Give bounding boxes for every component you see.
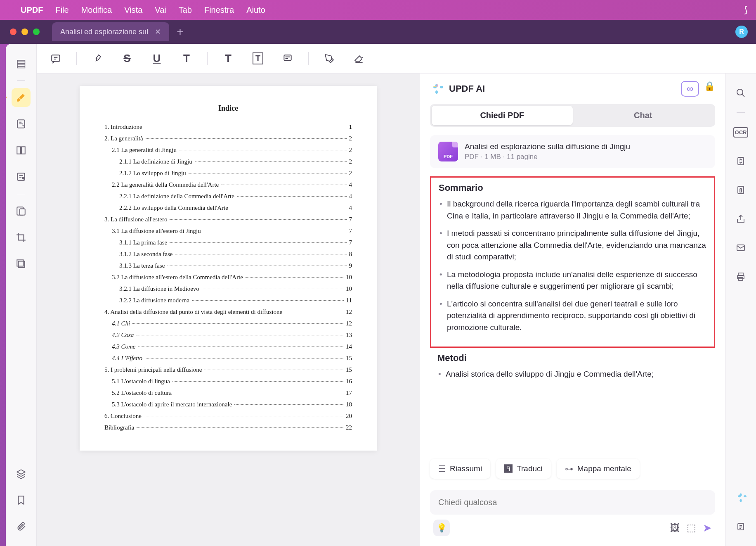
menu-help[interactable]: Aiuto (246, 5, 265, 15)
ai-input-area: 💡 🖼 ⬚ ➤ (420, 485, 725, 546)
toc-entry: 5. I problemi principali nella diffusion… (104, 365, 352, 375)
tab-chat[interactable]: Chat (573, 106, 714, 125)
edit-text-tool[interactable] (12, 114, 31, 133)
form-tool[interactable] (12, 167, 31, 186)
mindmap-icon: ⊶ (565, 464, 573, 474)
toc-entry: 4.3 Come14 (104, 342, 352, 351)
infinity-button[interactable]: ∞ (681, 81, 699, 97)
translate-button[interactable]: 🅰Traduci (496, 459, 551, 479)
toc-entry: 6. Conclusione20 (104, 411, 352, 421)
protect-icon[interactable] (731, 180, 750, 199)
toc-entry: 2.1.2 Lo sviluppo di Jingju2 (104, 168, 352, 178)
methods-heading: Metodi (437, 353, 708, 363)
toc-entry: 3. La diffusione all'estero7 (104, 214, 352, 224)
layers-icon[interactable] (12, 464, 31, 483)
annotation-toolbar: S U T T T (37, 44, 756, 74)
print-icon[interactable] (731, 267, 750, 286)
document-card: PDF Analisi ed esplorazione sulla diffus… (430, 135, 715, 168)
batch-tool[interactable] (12, 254, 31, 273)
pdf-index-title: Indice (104, 102, 352, 114)
crop-attach-icon[interactable]: ⬚ (687, 522, 696, 534)
share-icon[interactable] (731, 209, 750, 228)
svg-rect-2 (21, 147, 25, 154)
right-sidebar: OCR (725, 74, 756, 546)
textbox-tool[interactable]: T (249, 50, 267, 68)
window-close-button[interactable] (10, 28, 17, 35)
ai-chat-input[interactable] (430, 490, 715, 515)
menu-edit[interactable]: Modifica (81, 5, 112, 15)
translate-icon: 🅰 (504, 464, 513, 474)
menu-view[interactable]: Vista (124, 5, 142, 15)
summary-bullet: I metodi passati si concentrano principa… (447, 228, 706, 263)
crop-tool[interactable] (12, 228, 31, 247)
highlight-tool[interactable] (88, 50, 106, 68)
svg-rect-12 (738, 157, 744, 165)
squiggly-tool[interactable]: T (177, 50, 196, 68)
svg-rect-10 (284, 55, 291, 60)
page-tool[interactable] (12, 141, 31, 160)
notes-icon[interactable] (731, 517, 750, 536)
image-attach-icon[interactable]: 🖼 (670, 522, 680, 534)
add-tab-button[interactable]: + (177, 25, 183, 38)
toc-entry: 3.1 La diffusione all'estero di Jingju7 (104, 226, 352, 236)
app-name[interactable]: UPDF (21, 5, 43, 15)
toc-entry: 5.3 L'ostacolo di aprire il mercato inte… (104, 399, 352, 409)
svg-point-4 (22, 177, 24, 179)
email-icon[interactable] (731, 238, 750, 257)
ai-panel: UPDF AI ∞ 🔒 Chiedi PDF Chat PDF Anal (420, 74, 725, 546)
eraser-tool[interactable] (350, 50, 368, 68)
window-maximize-button[interactable] (33, 28, 40, 35)
window-minimize-button[interactable] (21, 28, 28, 35)
send-button[interactable]: ➤ (703, 522, 712, 534)
menu-file[interactable]: File (55, 5, 69, 15)
bookmark-icon[interactable] (12, 491, 31, 510)
menu-tab[interactable]: Tab (179, 5, 192, 15)
svg-rect-6 (20, 209, 25, 215)
toc-entry: 1. Introduzione1 (104, 122, 352, 132)
toc-entry: 4. Analisi della diffusione dal punto di… (104, 307, 352, 317)
convert-icon[interactable] (731, 152, 750, 171)
svg-rect-9 (52, 55, 60, 61)
strikethrough-tool[interactable]: S (118, 50, 136, 68)
summary-bullet: La metodologia proposta include un'anali… (447, 269, 706, 292)
summary-heading: Sommario (439, 183, 706, 193)
toc-entry: 3.2.2 La diffusione moderna11 (104, 295, 352, 305)
menu-window[interactable]: Finestra (204, 5, 234, 15)
pdf-viewer[interactable]: Indice 1. Introduzione12. La generalità2… (37, 74, 420, 546)
pdf-file-icon: PDF (438, 142, 458, 161)
redact-tool[interactable] (12, 202, 31, 221)
tab-title: Analisi ed esplorazione sul (60, 28, 148, 36)
toc-entry: 3.1.2 La seconda fase8 (104, 249, 352, 259)
tab-ask-pdf[interactable]: Chiedi PDF (432, 106, 573, 125)
search-icon[interactable] (731, 83, 750, 102)
svg-rect-16 (738, 273, 743, 275)
svg-rect-14 (740, 190, 742, 192)
underline-tool[interactable]: U (148, 50, 166, 68)
user-avatar[interactable]: R (735, 26, 748, 38)
callout-tool[interactable] (279, 50, 297, 68)
tab-close-icon[interactable]: ✕ (155, 27, 161, 36)
menubar-extra-icon[interactable]: ⟆ (744, 5, 748, 15)
traffic-lights (10, 28, 40, 35)
toc-entry: 4.4 L'Effetto15 (104, 353, 352, 363)
text-tool[interactable]: T (219, 50, 237, 68)
menu-go[interactable]: Vai (155, 5, 166, 15)
lock-icon[interactable]: 🔒 (704, 81, 715, 97)
ai-assistant-icon[interactable] (731, 488, 750, 507)
pencil-tool[interactable] (320, 50, 338, 68)
attachment-icon[interactable] (12, 517, 31, 536)
ai-action-bar: ☰Riassumi 🅰Traduci ⊶Mappa mentale (420, 452, 725, 485)
summarize-button[interactable]: ☰Riassumi (430, 459, 490, 479)
svg-point-11 (737, 89, 743, 95)
document-tab[interactable]: Analisi ed esplorazione sul ✕ (52, 22, 169, 41)
left-sidebar: ▤ (6, 44, 37, 546)
toc-entry: 3.2.1 La diffusione in Medioevo10 (104, 284, 352, 294)
ai-tabs: Chiedi PDF Chat (420, 104, 725, 127)
mindmap-button[interactable]: ⊶Mappa mentale (557, 459, 640, 479)
toc-entry: 2. La generalità2 (104, 133, 352, 143)
ocr-icon[interactable]: OCR (731, 123, 750, 142)
highlighter-tool[interactable] (12, 88, 31, 107)
reader-tool[interactable]: ▤ (12, 54, 31, 73)
suggestions-icon[interactable]: 💡 (433, 520, 450, 536)
comment-tool[interactable] (47, 50, 65, 68)
